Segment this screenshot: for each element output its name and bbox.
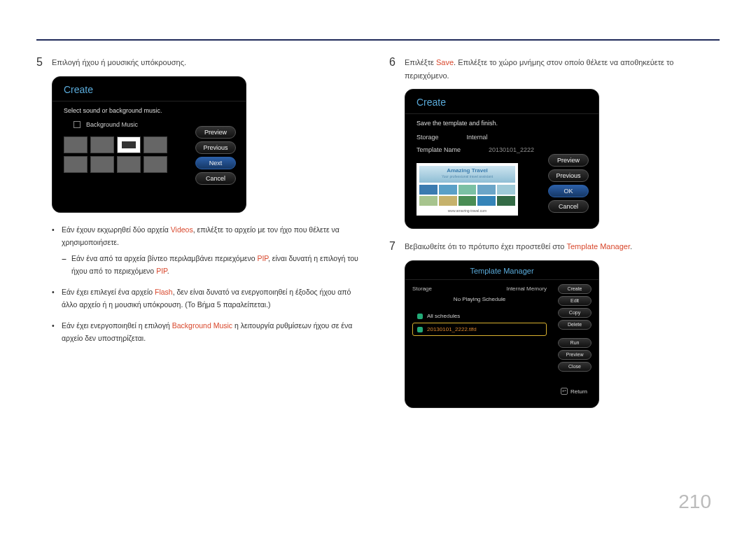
preview-button[interactable]: Preview <box>195 126 236 139</box>
tm-row-label: 20130101_2222.tlfd <box>427 326 477 332</box>
note-text: . <box>167 267 169 275</box>
previous-button[interactable]: Previous <box>548 169 589 182</box>
template-name-value: 20130101_2222 <box>489 146 534 153</box>
step5-notes: Εάν έχουν εκχωρηθεί δύο αρχεία Videos, ε… <box>52 224 367 345</box>
ok-button[interactable]: OK <box>548 185 589 197</box>
pip-highlight: PIP <box>257 254 268 262</box>
step-5: 5 Επιλογή ήχου ή μουσικής υπόκρουσης. <box>36 56 367 69</box>
sound-thumb[interactable] <box>64 136 88 153</box>
tm-run-button[interactable]: Run <box>558 338 592 348</box>
step-6-text: Επιλέξτε Save. Επιλέξτε το χώρο μνήμης σ… <box>405 56 720 82</box>
tm-preview-button[interactable]: Preview <box>558 350 592 360</box>
storage-row: Storage Internal <box>405 131 598 143</box>
template-thumb-grid <box>419 185 515 206</box>
step-5-text: Επιλογή ήχου ή μουσικής υπόκρουσης. <box>52 56 186 69</box>
template-manager-card: Template Manager Storage Internal Memory… <box>405 260 599 408</box>
page-divider <box>36 39 720 41</box>
step-6: 6 Επιλέξτε Save. Επιλέξτε το χώρο μνήμης… <box>389 56 720 82</box>
banner-sub: Your professional travel assistant <box>419 174 515 178</box>
tm-row-all[interactable]: All schedules <box>412 309 547 323</box>
right-column: 6 Επιλέξτε Save. Επιλέξτε το χώρο μνήμης… <box>389 56 720 419</box>
tm-storage-value: Internal Memory <box>506 286 547 292</box>
step-7: 7 Βεβαιωθείτε ότι το πρότυπο έχει προστε… <box>389 240 720 253</box>
tm-copy-button[interactable]: Copy <box>558 308 592 318</box>
step-text-seg: Επιλέξτε <box>405 58 436 66</box>
card1-title: Create <box>52 77 246 101</box>
tm-title: Template Manager <box>405 261 598 280</box>
bg-music-checkbox[interactable] <box>74 121 80 128</box>
step-text-seg: . <box>630 242 632 251</box>
preview-button[interactable]: Preview <box>548 154 589 167</box>
bgmusic-highlight: Background Music <box>172 321 232 330</box>
left-column: 5 Επιλογή ήχου ή μουσικής υπόκρουσης. Cr… <box>36 56 367 419</box>
sound-thumb[interactable] <box>144 136 167 153</box>
note-text: Εάν ένα από τα αρχεία βίντεο περιλαμβάνε… <box>71 254 257 262</box>
storage-value: Internal <box>467 134 488 141</box>
template-banner: Amazing Travel Your professional travel … <box>419 166 515 183</box>
note-text: Εάν έχουν εκχωρηθεί δύο αρχεία <box>62 225 171 234</box>
tm-delete-button[interactable]: Delete <box>558 320 592 330</box>
storage-label: Storage <box>416 134 439 141</box>
tm-storage-label: Storage <box>412 286 432 292</box>
next-button[interactable]: Next <box>195 157 236 169</box>
pip-highlight: PIP <box>156 267 167 275</box>
note-text: Εάν έχει επιλεγεί ένα αρχείο <box>62 288 155 296</box>
thumb-cell <box>439 196 457 206</box>
note-flash: Εάν έχει επιλεγεί ένα αρχείο Flash, δεν … <box>52 286 367 311</box>
tm-create-button[interactable]: Create <box>558 284 592 294</box>
page-number: 210 <box>678 491 711 513</box>
tm-row-label: All schedules <box>427 313 460 319</box>
sound-thumb[interactable] <box>90 136 114 153</box>
sound-thumb[interactable] <box>90 156 114 173</box>
check-icon <box>417 314 423 319</box>
thumb-cell <box>477 185 496 195</box>
previous-button[interactable]: Previous <box>195 141 236 154</box>
note-text: Εάν έχει ενεργοποιηθεί η επιλογή <box>62 321 172 330</box>
step-text-seg: Βεβαιωθείτε ότι το πρότυπο έχει προστεθε… <box>405 242 566 251</box>
card1-subtitle: Select sound or background music. <box>52 101 246 118</box>
thumb-cell <box>497 185 515 195</box>
template-name-label: Template Name <box>416 146 461 153</box>
thumb-cell <box>439 185 457 195</box>
content-columns: 5 Επιλογή ήχου ή μουσικής υπόκρουσης. Cr… <box>0 0 756 419</box>
thumb-cell <box>497 196 515 206</box>
create-save-card: Create Save the template and finish. Sto… <box>405 89 599 229</box>
template-preview-image: Amazing Travel Your professional travel … <box>416 163 518 216</box>
note-bgmusic: Εάν έχει ενεργοποιηθεί η επιλογή Backgro… <box>52 320 367 345</box>
bg-music-label: Background Music <box>86 121 138 128</box>
thumb-cell <box>458 196 477 206</box>
thumb-cell <box>477 196 496 206</box>
return-button[interactable]: Return <box>561 388 587 395</box>
sound-thumb[interactable] <box>64 156 88 173</box>
step-number-6: 6 <box>389 56 405 69</box>
sound-thumb-selected[interactable] <box>117 136 141 153</box>
cancel-button[interactable]: Cancel <box>548 200 589 213</box>
step-number-7: 7 <box>389 240 405 253</box>
return-icon <box>561 388 568 395</box>
step-7-text: Βεβαιωθείτε ότι το πρότυπο έχει προστεθε… <box>405 240 632 253</box>
create-sound-card: Create Select sound or background music.… <box>52 76 246 213</box>
videos-highlight: Videos <box>171 225 193 234</box>
card2-title: Create <box>405 90 598 114</box>
tm-edit-button[interactable]: Edit <box>558 296 592 306</box>
tm-close-button[interactable]: Close <box>558 362 592 372</box>
thumb-cell <box>419 185 438 195</box>
flash-highlight: Flash <box>155 288 173 296</box>
thumb-cell <box>419 196 438 206</box>
tm-row-file[interactable]: 20130101_2222.tlfd <box>412 323 547 336</box>
template-manager-highlight: Template Manager <box>566 242 630 251</box>
return-label: Return <box>570 388 587 395</box>
banner-title: Amazing Travel <box>419 167 515 174</box>
thumb-cell <box>458 185 477 195</box>
note-videos: Εάν έχουν εκχωρηθεί δύο αρχεία Videos, ε… <box>52 224 367 278</box>
template-url: www.amazing-travel.com <box>419 209 515 213</box>
check-icon <box>417 327 423 332</box>
card2-subtitle: Save the template and finish. <box>405 114 598 131</box>
sound-thumb[interactable] <box>117 156 141 173</box>
step-number-5: 5 <box>36 56 52 69</box>
sound-thumb[interactable] <box>144 156 167 173</box>
note-pip: Εάν ένα από τα αρχεία βίντεο περιλαμβάνε… <box>62 253 367 278</box>
save-highlight: Save <box>436 58 454 66</box>
cancel-button[interactable]: Cancel <box>195 172 236 185</box>
